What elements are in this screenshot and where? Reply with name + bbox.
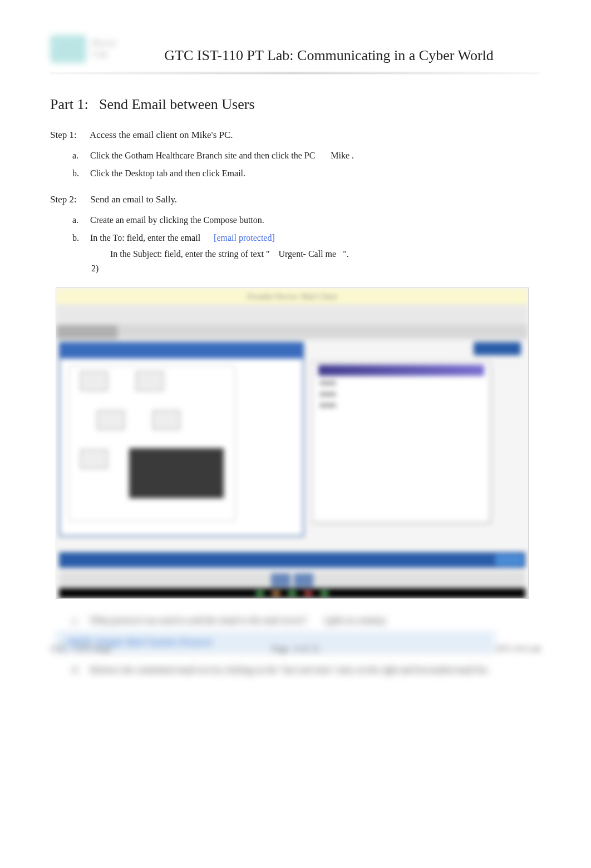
header-divider [50,72,541,74]
footer-left: GTC - CPT Dept [50,644,111,654]
screenshot-status-bar [59,552,525,568]
screenshot-topology-panel [59,342,304,537]
screenshot-titlebar: Portable Device: Mail Client [56,288,528,306]
screenshot-send-button [474,342,521,355]
step2-heading: Step 2: Send an email to Sally. [50,194,541,205]
footer-center: Page 4 of 13 [272,644,319,654]
logo: Blurred Logo [50,33,156,64]
part-heading: Part 1: Send Email between Users [50,96,541,113]
logo-icon [50,35,86,63]
page-footer: GTC - CPT Dept Page 4 of 13 IST-110 Lab [50,644,541,654]
step2-item-a: a. Create an email by clicking the Compo… [72,214,541,227]
email-link[interactable]: [email protected] [214,233,275,242]
logo-text: Blurred Logo [92,38,116,58]
screenshot-tabs [56,325,528,339]
screenshot-device-bar [59,588,525,598]
step1-heading: Step 1: Access the email client on Mike'… [50,130,541,141]
embedded-screenshot: Portable Device: Mail Client [56,287,529,599]
screenshot-compose-window [312,361,490,523]
step2-item-b: b. In the To: field, enter the email [em… [72,231,541,245]
step2-sub2: 2) [91,264,541,274]
blurred-question: c. What protocol was used to send the em… [72,616,541,626]
step2-sub1: In the Subject: field, enter the string … [91,249,541,259]
screenshot-email-panel [309,342,521,537]
blurred-followup: d. Retrieve the committed email text by … [72,663,541,677]
footer-right: IST-110 Lab [496,644,541,654]
screenshot-taskbar [59,572,525,588]
step1-item-a: a. Click the Gotham Healthcare Branch si… [72,149,541,162]
screenshot-toolbar [56,306,528,325]
step1-item-b: b. Click the Desktop tab and then click … [72,167,541,180]
